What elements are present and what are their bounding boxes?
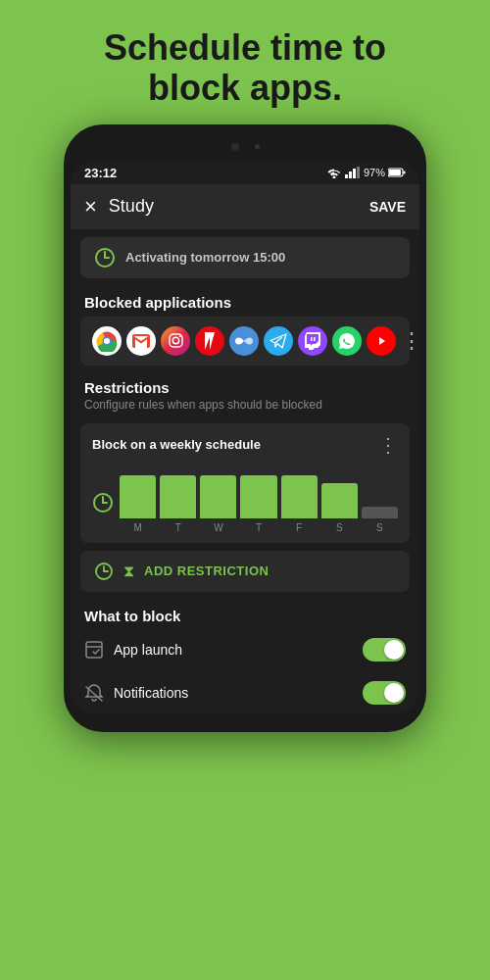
chart-bar-wed	[200, 465, 236, 518]
add-restriction-label: ADD RESTRICTION	[144, 564, 269, 578]
activation-banner: Activating tomorrow 15:00	[80, 237, 410, 278]
more-apps-button[interactable]: ⋮	[401, 328, 419, 354]
svg-rect-1	[349, 172, 352, 178]
svg-rect-2	[353, 169, 356, 178]
notifications-row: Notifications	[71, 671, 419, 714]
chart-label-sun: S	[362, 522, 398, 533]
chart-bar-thu	[240, 465, 276, 518]
svg-rect-0	[345, 174, 348, 178]
notifications-icon	[84, 683, 104, 703]
app-icon-raivo[interactable]	[229, 326, 259, 356]
chart-label-thu: T	[240, 522, 276, 533]
app-icon-whatsapp[interactable]	[332, 326, 362, 356]
activation-clock-icon	[94, 247, 116, 269]
status-bar: 23:12 97%	[71, 160, 419, 184]
add-restriction-clock-icon	[94, 562, 114, 581]
chart-bar-sun	[362, 465, 398, 518]
app-launch-label: App launch	[114, 642, 353, 658]
status-icons: 97%	[326, 167, 406, 178]
status-time: 23:12	[84, 166, 117, 180]
wifi-icon	[326, 167, 342, 178]
svg-rect-6	[404, 172, 406, 174]
schedule-card-title: Block on a weekly schedule	[92, 437, 261, 452]
blocked-apps-section: Blocked applications	[71, 286, 419, 366]
app-bar: × Study SAVE	[71, 184, 419, 229]
svg-point-16	[178, 335, 180, 337]
svg-rect-3	[357, 167, 360, 178]
restrictions-title: Restrictions	[84, 379, 406, 396]
activation-text: Activating tomorrow 15:00	[125, 250, 285, 265]
app-icon-instagram[interactable]	[161, 326, 190, 356]
apps-row: ⋮	[80, 317, 410, 366]
app-icon-telegram[interactable]	[264, 326, 293, 356]
phone-frame: 23:12 97%	[64, 124, 426, 732]
schedule-more-button[interactable]: ⋮	[378, 433, 398, 457]
schedule-card: Block on a weekly schedule ⋮	[80, 423, 410, 543]
chart-bar-sat	[321, 465, 358, 518]
chart-label-wed: W	[200, 522, 236, 533]
svg-point-15	[172, 338, 178, 344]
what-to-block-title: What to block	[71, 600, 419, 628]
chart-label-fri: F	[281, 522, 318, 533]
svg-point-13	[104, 338, 110, 344]
weekly-chart[interactable]: M T W T F S S	[120, 465, 398, 533]
app-launch-icon	[84, 640, 104, 660]
chart-bar-tue	[160, 465, 196, 518]
svg-rect-5	[389, 170, 401, 175]
close-button[interactable]: ×	[84, 194, 97, 220]
svg-rect-17	[314, 337, 316, 341]
chart-bar-mon	[120, 465, 156, 518]
app-icon-youtube[interactable]	[367, 326, 396, 356]
what-to-block-section: What to block App launch	[71, 600, 419, 714]
app-icon-gmail[interactable]	[126, 326, 156, 356]
chart-bar-fri	[281, 465, 318, 518]
schedule-clock-icon	[92, 492, 114, 514]
add-restriction-button[interactable]: ⧗ ADD RESTRICTION	[80, 551, 410, 592]
app-icon-chrome[interactable]	[92, 326, 122, 356]
app-launch-toggle[interactable]	[363, 638, 406, 662]
battery-icon	[388, 168, 406, 177]
battery-text: 97%	[364, 167, 385, 178]
app-launch-row: App launch	[71, 628, 419, 671]
hourglass-icon: ⧗	[123, 563, 134, 580]
restrictions-subtitle: Configure rules when apps should be bloc…	[84, 398, 406, 412]
blocked-apps-title: Blocked applications	[71, 286, 419, 317]
chart-label-mon: M	[120, 522, 156, 533]
headline: Schedule time toblock apps.	[65, 0, 425, 124]
app-icon-twitch[interactable]	[298, 326, 327, 356]
notifications-label: Notifications	[114, 685, 353, 701]
restrictions-section: Restrictions Configure rules when apps s…	[71, 371, 419, 423]
screen-title: Study	[109, 196, 358, 217]
signal-icon	[345, 167, 361, 178]
svg-rect-18	[311, 337, 313, 341]
chart-label-sat: S	[321, 522, 358, 533]
phone-screen: 23:12 97%	[71, 160, 419, 714]
save-button[interactable]: SAVE	[369, 199, 406, 215]
app-icon-netflix[interactable]	[195, 326, 224, 356]
notifications-toggle[interactable]	[363, 681, 406, 705]
chart-label-tue: T	[160, 522, 196, 533]
